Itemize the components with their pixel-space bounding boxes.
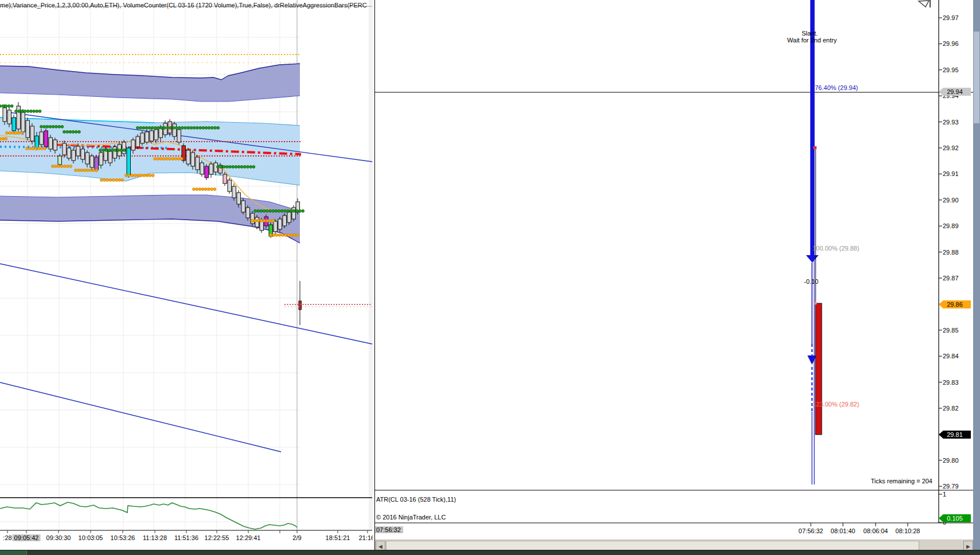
orange-aggression-dot (143, 174, 146, 177)
green-aggression-dot (175, 127, 178, 130)
candle-body (122, 142, 126, 154)
green-aggression-dot (18, 110, 21, 113)
candle-body (209, 164, 213, 174)
time-axis-label: 07:56:32 (799, 527, 823, 534)
green-aggression-dot (222, 166, 225, 169)
orange-aggression-dot (17, 132, 20, 135)
green-aggression-dot (99, 149, 102, 152)
orange-aggression-dot (109, 179, 112, 182)
green-aggression-dot (284, 210, 287, 213)
orange-aggression-dot (32, 147, 34, 150)
orange-aggression-dot (86, 169, 89, 172)
orange-aggression-dot (162, 158, 165, 161)
candle-body (17, 106, 21, 129)
taskbar-left-segment[interactable] (0, 550, 27, 555)
left-chart-panel[interactable]: me);Variance_Price,1,2,3,00:00,Auto,ETH)… (0, 0, 373, 555)
green-aggression-dot (237, 166, 240, 169)
price-axis-label: 29.96 (943, 40, 959, 47)
orange-aggression-dot (260, 220, 263, 222)
orange-aggression-dot (100, 179, 103, 182)
candle-body (287, 212, 291, 222)
green-aggression-dot (252, 166, 255, 169)
orange-aggression-dot (115, 179, 118, 182)
orange-aggression-dot (106, 179, 109, 182)
orange-aggression-dot (21, 132, 24, 135)
candle-body (127, 148, 131, 175)
note-wait-second-entry: Wait for 2nd entry (787, 37, 837, 44)
price-tag-29-94: 29.94 (939, 88, 971, 96)
green-aggression-dot (208, 127, 210, 130)
green-aggression-dot (187, 127, 190, 130)
orange-aggression-dot (296, 234, 299, 237)
candle-body (223, 174, 227, 183)
green-aggression-dot (199, 127, 202, 130)
candle-body (186, 150, 190, 164)
candle-body (196, 157, 200, 170)
candle-body (30, 126, 34, 141)
vertical-scrollbar[interactable] (973, 0, 980, 552)
pennant-flag-icon[interactable] (917, 0, 935, 8)
candle-body (49, 138, 53, 149)
orange-aggression-dot (134, 174, 136, 177)
orange-aggression-dot (151, 174, 154, 177)
copyright-label: © 2016 NinjaTrader, LLC (376, 514, 446, 521)
orange-aggression-dot (83, 169, 86, 172)
note-slant: Slant. (802, 30, 818, 37)
green-aggression-dot (2, 105, 5, 108)
green-aggression-dot (214, 127, 217, 130)
crosshair-time-box: 07:56:32 (374, 526, 403, 533)
price-tag-29-81: 29.81 (939, 431, 971, 439)
time-axis-label: 10:03:05 (79, 534, 103, 541)
orange-aggression-dot (159, 158, 162, 161)
green-aggression-dot (142, 127, 145, 130)
candle-body (40, 132, 44, 144)
candle-body (90, 156, 94, 167)
candle-body (72, 150, 76, 161)
right-chart-canvas[interactable] (375, 0, 973, 539)
candle-body (145, 132, 149, 142)
price-axis-gutter (369, 0, 373, 530)
oscillator-green-line (0, 502, 297, 529)
right-chart-panel[interactable]: Slant. Wait for 2nd entry 76.40% (29.94)… (374, 0, 973, 555)
green-aggression-dot (72, 131, 75, 134)
orange-aggression-dot (171, 158, 174, 161)
orange-aggression-dot (196, 188, 198, 191)
candle-body (12, 118, 16, 131)
green-aggression-dot (49, 126, 52, 128)
atr-scale-label: 1 (943, 491, 946, 498)
green-aggression-dot (43, 126, 46, 128)
candle-body (241, 201, 245, 212)
orange-aggression-dot (201, 188, 204, 191)
time-axis-label: 08:01:40 (831, 527, 856, 534)
price-axis-label: 29.84 (943, 353, 959, 359)
fib-123-label: 123.00% (29.82) (813, 401, 859, 408)
orange-aggression-dot (169, 158, 171, 161)
green-aggression-dot (160, 127, 163, 130)
orange-aggression-dot (149, 174, 151, 177)
candle-body (228, 180, 232, 191)
green-aggression-dot (181, 127, 184, 130)
price-axis-label: 29.93 (943, 119, 959, 126)
green-aggression-dot (38, 110, 41, 113)
green-aggression-dot (21, 110, 24, 113)
left-chart-canvas[interactable] (0, 0, 373, 555)
orange-aggression-dot (275, 234, 278, 237)
green-aggression-dot (10, 105, 13, 108)
green-aggression-dot (278, 210, 280, 213)
orange-aggression-dot (136, 174, 139, 177)
green-aggression-dot (166, 127, 169, 130)
candle-body (35, 136, 39, 148)
green-aggression-dot (24, 110, 26, 113)
green-aggression-dot (69, 131, 72, 134)
orange-aggression-dot (154, 158, 157, 161)
green-aggression-dot (240, 166, 243, 169)
green-aggression-dot (63, 131, 66, 134)
vertical-scrollbar-thumb[interactable] (974, 32, 979, 123)
candle-body (113, 147, 117, 158)
orange-aggression-dot (54, 165, 57, 168)
green-aggression-dot (263, 210, 266, 213)
orange-aggression-dot (95, 169, 98, 172)
candle-body (274, 221, 278, 232)
green-aggression-dot (123, 149, 126, 152)
atr-indicator-label: ATR(CL 03-16 (528 Tick),11) (376, 496, 456, 503)
